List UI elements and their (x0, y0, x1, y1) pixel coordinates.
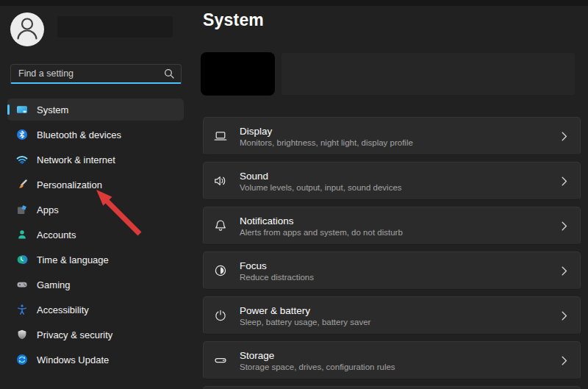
sidebar-item-bluetooth-devices[interactable]: Bluetooth & devices (7, 124, 184, 146)
search-box[interactable] (10, 64, 182, 84)
card-title: Power & battery (240, 304, 562, 317)
card-subtitle: Storage space, drives, configuration rul… (240, 362, 562, 372)
chevron-right-icon (562, 221, 567, 231)
sidebar-item-label: Gaming (37, 279, 71, 290)
sidebar-nav: System Bluetooth & devices Network & (7, 99, 184, 374)
chevron-right-icon (562, 132, 567, 141)
windows-update-icon (16, 354, 28, 365)
chevron-right-icon (562, 266, 567, 276)
accounts-icon (16, 229, 28, 240)
notifications-icon (213, 218, 228, 233)
privacy-security-icon (16, 329, 28, 340)
search-input[interactable] (11, 68, 164, 79)
sidebar-item-apps[interactable]: Apps (7, 199, 184, 221)
sidebar-item-label: Network & internet (37, 154, 115, 165)
sidebar-item-label: Privacy & security (37, 329, 112, 340)
sidebar-item-time-language[interactable]: Time & language (7, 249, 184, 271)
card-display[interactable]: Display Monitors, brightness, night ligh… (203, 117, 581, 155)
card-subtitle: Sleep, battery usage, battery saver (240, 317, 562, 327)
accessibility-icon (16, 304, 28, 315)
username-redacted (57, 16, 173, 38)
power-battery-icon (213, 308, 228, 323)
card-subtitle: Reduce distractions (240, 272, 562, 282)
storage-icon (213, 353, 228, 368)
device-name-redacted (201, 52, 275, 96)
sidebar-item-accounts[interactable]: Accounts (7, 224, 184, 246)
chevron-right-icon (562, 176, 567, 186)
settings-card-list: Display Monitors, brightness, night ligh… (203, 117, 581, 389)
card-subtitle: Volume levels, output, input, sound devi… (240, 182, 562, 193)
card-storage[interactable]: Storage Storage space, drives, configura… (203, 341, 581, 379)
network-icon (16, 154, 28, 165)
settings-sidebar: System Bluetooth & devices Network & (0, 0, 194, 389)
sound-icon (213, 174, 228, 188)
user-avatar[interactable] (10, 13, 44, 46)
search-icon[interactable] (164, 68, 174, 79)
card-focus[interactable]: Focus Reduce distractions (203, 251, 581, 290)
sidebar-item-label: Apps (37, 204, 59, 215)
personalization-icon (16, 179, 28, 190)
card-subtitle: Monitors, brightness, night light, displ… (240, 138, 562, 148)
sidebar-item-privacy-security[interactable]: Privacy & security (7, 324, 184, 346)
sidebar-item-label: Windows Update (37, 354, 109, 365)
gaming-icon (16, 279, 28, 290)
apps-icon (16, 204, 28, 215)
sidebar-item-gaming[interactable]: Gaming (7, 274, 184, 296)
card-title: Notifications (240, 215, 562, 227)
sidebar-item-label: Accounts (37, 229, 76, 240)
bluetooth-icon (16, 129, 28, 140)
chevron-right-icon (562, 311, 567, 321)
time-language-icon (16, 254, 28, 265)
card-partial[interactable] (203, 386, 581, 389)
card-title: Storage (240, 349, 562, 362)
sidebar-item-accessibility[interactable]: Accessibility (7, 299, 184, 321)
card-title: Focus (240, 260, 562, 272)
sidebar-item-system[interactable]: System (7, 99, 184, 121)
card-title: Sound (240, 170, 562, 182)
person-icon (10, 11, 44, 48)
display-icon (213, 129, 228, 143)
card-sound[interactable]: Sound Volume levels, output, input, soun… (203, 162, 581, 200)
card-notifications[interactable]: Notifications Alerts from apps and syste… (203, 207, 581, 245)
sidebar-item-label: Time & language (37, 254, 109, 265)
sidebar-item-label: Personalization (37, 179, 102, 190)
sidebar-item-label: Bluetooth & devices (37, 129, 121, 140)
selected-accent-bar (7, 104, 10, 115)
sidebar-item-personalization[interactable]: Personalization (7, 174, 184, 196)
system-icon (16, 104, 28, 115)
sidebar-item-windows-update[interactable]: Windows Update (7, 349, 184, 371)
sidebar-item-network-internet[interactable]: Network & internet (7, 149, 184, 171)
sidebar-item-label: Accessibility (37, 304, 89, 315)
chevron-right-icon (562, 356, 567, 365)
card-title: Display (240, 125, 562, 138)
sidebar-item-label: System (37, 104, 68, 115)
page-title: System (203, 10, 264, 30)
card-subtitle: Alerts from apps and system, do not dist… (240, 227, 562, 238)
focus-icon (213, 263, 228, 278)
device-info-panel (282, 53, 575, 95)
card-power-battery[interactable]: Power & battery Sleep, battery usage, ba… (203, 296, 581, 335)
